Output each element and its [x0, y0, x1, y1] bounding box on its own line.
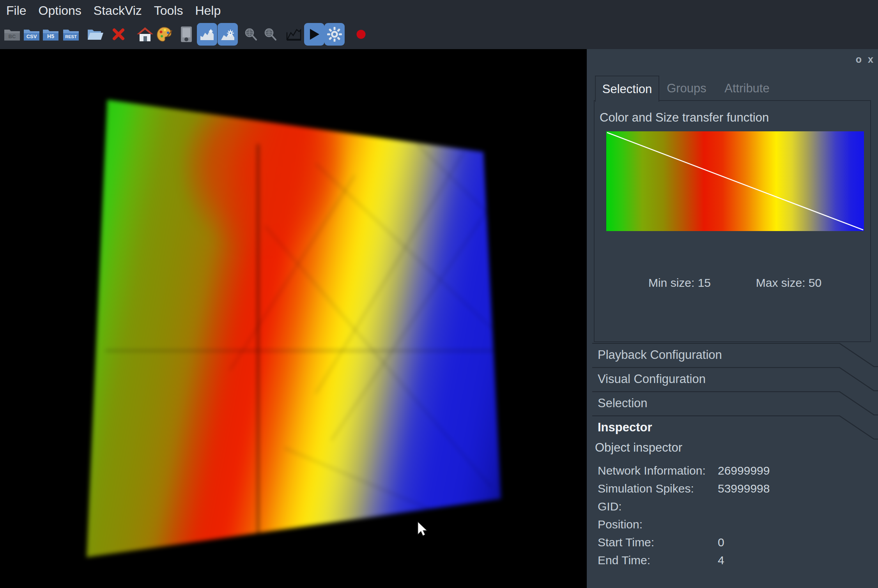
section-inspector[interactable]: Inspector — [587, 415, 878, 440]
tab-selection[interactable]: Selection — [595, 76, 659, 102]
color-palette-button[interactable] — [155, 23, 173, 45]
min-size-label: Min size: 15 — [635, 276, 724, 290]
section-playback-configuration[interactable]: Playback Configuration — [587, 343, 878, 367]
menu-options[interactable]: Options — [39, 4, 81, 18]
record-button[interactable] — [352, 23, 370, 45]
svg-text:H5: H5 — [47, 33, 54, 39]
magnifier-zoom-out-icon — [263, 27, 278, 42]
chart-view-button[interactable] — [285, 23, 303, 45]
close-dataset-button[interactable] — [110, 23, 127, 45]
open-folder-icon — [86, 26, 104, 42]
folder-bc-icon: BC — [4, 27, 21, 42]
inspector-row-position: Position: — [598, 516, 871, 533]
zoom-out-button[interactable] — [261, 23, 279, 45]
svg-text:BC: BC — [9, 34, 16, 39]
content: o x Selection Groups Attribute Color and… — [0, 49, 878, 588]
transfer-function-gradient-widget[interactable] — [606, 131, 864, 231]
toggle-focus-chart-button[interactable] — [218, 23, 238, 46]
folder-rest-icon: REST — [62, 27, 80, 42]
open-csv-button[interactable]: CSV — [23, 23, 41, 45]
section-selection[interactable]: Selection — [587, 391, 878, 415]
export-document-button[interactable] — [177, 23, 195, 45]
magnifier-zoom-in-icon — [243, 27, 258, 42]
dock-window-controls: o x — [856, 55, 873, 64]
mesh-texture-lines — [82, 97, 505, 561]
menubar: File Options StackViz Tools Help — [0, 0, 221, 21]
inspector-row-network-information: Network Information: 26999999 — [598, 462, 871, 480]
stackviz-window: File Options StackViz Tools Help BC CSV — [0, 0, 878, 588]
open-h5-button[interactable]: H5 — [42, 23, 60, 45]
menu-file[interactable]: File — [6, 4, 27, 18]
menu-tools[interactable]: Tools — [154, 4, 183, 18]
zoom-in-button[interactable] — [242, 23, 260, 45]
neuron-point-cloud — [0, 49, 587, 588]
home-view-button[interactable] — [136, 23, 154, 45]
inspector-row-start-time: Start Time: 0 — [598, 533, 871, 551]
histogram-chart-icon — [199, 27, 215, 41]
dock-panel: o x Selection Groups Attribute Color and… — [587, 49, 878, 588]
play-icon — [308, 27, 321, 41]
open-rest-button[interactable]: REST — [62, 23, 80, 45]
inspector-row-simulation-spikes: Simulation Spikes: 53999998 — [598, 480, 871, 498]
inspector-row-end-time: End Time: 4 — [598, 551, 871, 569]
folder-csv-icon: CSV — [23, 27, 40, 42]
line-chart-icon — [286, 27, 302, 42]
svg-text:CSV: CSV — [27, 34, 37, 39]
max-size-label: Max size: 50 — [744, 276, 834, 290]
svg-text:REST: REST — [65, 34, 77, 39]
playback-settings-button[interactable] — [324, 23, 345, 46]
toggle-histogram-button[interactable] — [197, 23, 217, 46]
open-blueconfig-button[interactable]: BC — [3, 23, 21, 45]
header: File Options StackViz Tools Help BC CSV — [0, 0, 878, 49]
close-x-icon — [112, 27, 126, 41]
viewport-3d[interactable] — [0, 49, 587, 588]
open-folder-button[interactable] — [86, 23, 104, 45]
size-curve-line — [606, 131, 864, 231]
home-icon — [136, 26, 154, 42]
folder-h5-icon: H5 — [42, 27, 59, 42]
float-window-button[interactable]: o — [856, 55, 862, 64]
gear-icon — [327, 26, 342, 42]
record-dot-icon — [355, 28, 367, 40]
mouse-cursor-icon — [416, 521, 428, 536]
menu-help[interactable]: Help — [195, 4, 221, 18]
menu-stackviz[interactable]: StackViz — [94, 4, 142, 18]
chart-gear-icon — [220, 27, 235, 41]
play-button[interactable] — [304, 23, 324, 46]
section-visual-configuration[interactable]: Visual Configuration — [587, 367, 878, 391]
tab-attribute[interactable]: Attribute — [721, 76, 773, 101]
document-icon — [179, 26, 193, 43]
close-window-button[interactable]: x — [868, 55, 873, 64]
toolbar: BC CSV H5 — [0, 21, 878, 49]
tab-groups[interactable]: Groups — [663, 76, 710, 101]
palette-icon — [156, 26, 172, 42]
inspector-row-gid: GID: — [598, 498, 871, 516]
object-inspector-rows: Network Information: 26999999 Simulation… — [598, 462, 871, 569]
object-inspector-title: Object inspector — [595, 441, 682, 455]
transfer-function-title: Color and Size transfer function — [600, 111, 769, 125]
